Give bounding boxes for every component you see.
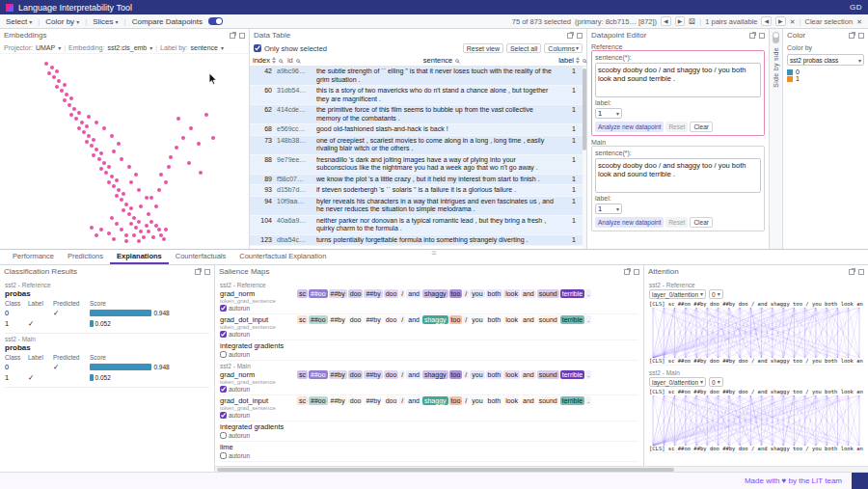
scatter-point[interactable] <box>176 117 180 121</box>
scatter-point[interactable] <box>90 144 94 148</box>
scatter-point[interactable] <box>92 138 95 142</box>
maximize-icon[interactable] <box>858 269 864 275</box>
sort-icon[interactable] <box>576 57 580 64</box>
scatter-point[interactable] <box>199 171 203 175</box>
scatter-point[interactable] <box>139 230 143 233</box>
horizontal-scrollbar[interactable] <box>215 466 868 472</box>
previous-datapoint-button[interactable] <box>661 16 671 26</box>
scatter-point[interactable] <box>102 126 106 130</box>
scatter-point[interactable] <box>151 235 155 239</box>
scatter-point[interactable] <box>82 130 86 134</box>
scatter-point[interactable] <box>129 206 133 210</box>
color-by-select[interactable]: sst2 probas class <box>787 54 864 66</box>
scatter-point[interactable] <box>112 237 116 241</box>
scatter-point[interactable] <box>154 224 158 228</box>
scatter-point[interactable] <box>134 226 138 230</box>
columns-button[interactable]: Columns <box>544 43 583 53</box>
table-row[interactable]: 889e79ee…fresnadillo 's dark and jolting… <box>250 155 586 175</box>
label-select[interactable]: 1 <box>595 204 622 214</box>
color-by-menu[interactable]: Color by <box>45 17 79 26</box>
maximize-icon[interactable] <box>634 269 639 275</box>
scatter-point[interactable] <box>149 196 153 200</box>
open-in-new-icon[interactable] <box>624 269 630 275</box>
tab-counterfactual-explanation[interactable]: Counterfactual Explanation <box>232 250 333 264</box>
scatter-point[interactable] <box>169 155 173 159</box>
table-row[interactable]: 123dba54c…turns potentially forgettable … <box>250 235 586 247</box>
scatter-point[interactable] <box>99 228 103 231</box>
scatter-point[interactable] <box>115 222 119 226</box>
vertical-scrollbar[interactable] <box>583 67 586 249</box>
select-all-button[interactable]: Select all <box>506 43 541 53</box>
scatter-point[interactable] <box>107 180 111 184</box>
table-row[interactable]: 93d15b7d…if steven soderbergh 's `` sola… <box>250 185 586 197</box>
scatter-point[interactable] <box>95 233 98 237</box>
scatter-point[interactable] <box>85 124 89 128</box>
scatter-point[interactable] <box>55 69 59 73</box>
search-icon[interactable] <box>296 59 300 63</box>
scatter-point[interactable] <box>87 134 91 138</box>
user-initials[interactable]: GD <box>850 3 862 12</box>
search-icon[interactable] <box>583 59 586 63</box>
clear-button[interactable]: Clear <box>690 122 713 132</box>
tab-performance[interactable]: Performance <box>6 250 61 264</box>
data-table-body[interactable]: 42a9bc96…the subtle strength of `` ellin… <box>250 67 586 249</box>
scatter-point[interactable] <box>162 237 166 241</box>
label-by-select[interactable]: sentence <box>191 44 218 51</box>
clear-button[interactable]: Clear <box>690 217 713 228</box>
only-show-selected-checkbox[interactable] <box>254 44 261 52</box>
scatter-point[interactable] <box>164 228 168 231</box>
scatter-point[interactable] <box>65 93 68 96</box>
layer-select[interactable]: layer_0/attention <box>649 289 706 299</box>
scatter-point[interactable] <box>149 220 153 224</box>
scatter-point[interactable] <box>117 142 121 146</box>
scatter-point[interactable] <box>115 194 119 198</box>
embedding-scatter[interactable] <box>0 54 249 249</box>
scatter-point[interactable] <box>52 75 56 79</box>
sentence-textarea[interactable]: scooby dooby doo / and shaggy too / you … <box>595 63 761 97</box>
scatter-point[interactable] <box>122 208 125 212</box>
next-datapoint-button[interactable] <box>675 16 686 26</box>
next-pair-button[interactable] <box>775 16 786 26</box>
column-header-index[interactable]: index <box>250 56 285 65</box>
tab-counterfactuals[interactable]: Counterfactuals <box>169 250 233 264</box>
tab-predictions[interactable]: Predictions <box>61 250 110 264</box>
scatter-point[interactable] <box>87 115 91 119</box>
scatter-point[interactable] <box>145 196 149 200</box>
open-in-new-icon[interactable] <box>567 33 573 39</box>
drag-handle-icon[interactable] <box>431 249 436 257</box>
scatter-point[interactable] <box>157 228 161 231</box>
scatter-point[interactable] <box>124 203 128 206</box>
autorun-checkbox[interactable] <box>220 386 227 393</box>
layer-select[interactable]: layer_0/attention <box>649 377 706 387</box>
scatter-point[interactable] <box>124 239 128 243</box>
scatter-point[interactable] <box>95 148 98 151</box>
scatter-point[interactable] <box>47 71 51 75</box>
scatter-point[interactable] <box>122 192 125 196</box>
scatter-point[interactable] <box>197 142 201 146</box>
open-in-new-icon[interactable] <box>849 33 854 39</box>
scatter-point[interactable] <box>72 107 76 111</box>
scatter-point[interactable] <box>145 224 149 228</box>
autorun-checkbox[interactable] <box>220 351 227 358</box>
reset-button[interactable]: Reset <box>665 217 688 228</box>
column-header-sentence[interactable]: sentence <box>324 56 558 65</box>
table-row[interactable]: 73148b38…one of creepiest , scariest mov… <box>250 136 586 155</box>
head-select[interactable]: 0 <box>709 377 723 387</box>
scatter-point[interactable] <box>110 175 114 178</box>
scatter-point[interactable] <box>181 136 185 140</box>
table-row[interactable]: 42a9bc96…the subtle strength of `` ellin… <box>250 67 586 86</box>
scatter-point[interactable] <box>127 165 131 169</box>
clear-selection-icon[interactable] <box>856 17 862 26</box>
search-icon[interactable] <box>279 59 283 63</box>
scatter-point[interactable] <box>44 62 48 66</box>
scatter-point[interactable] <box>117 188 121 192</box>
scatter-point[interactable] <box>55 85 59 89</box>
scatter-point[interactable] <box>77 126 81 130</box>
column-header-id[interactable]: id <box>285 56 324 65</box>
scatter-point[interactable] <box>95 121 98 124</box>
scatter-point[interactable] <box>99 167 103 171</box>
open-in-new-icon[interactable] <box>230 33 235 39</box>
head-select[interactable]: 0 <box>709 289 723 299</box>
scatter-point[interactable] <box>90 226 94 230</box>
scatter-point[interactable] <box>142 235 146 239</box>
